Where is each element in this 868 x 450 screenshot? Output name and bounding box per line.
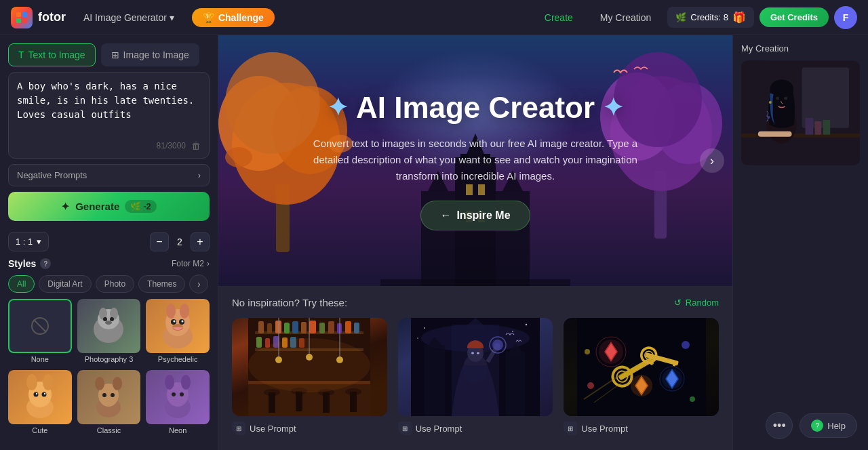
left-panel: T Text to Image ⊞ Image to Image A boy w…	[0, 35, 218, 450]
svg-point-122	[424, 327, 425, 329]
filter-more-button[interactable]: ›	[189, 274, 208, 293]
svg-point-38	[165, 375, 174, 390]
copy-icon-2: ⊞	[398, 422, 412, 435]
svg-rect-77	[309, 321, 316, 333]
help-button[interactable]: ? Help	[800, 413, 857, 438]
inspiration-grid: ⊞ Use Prompt	[232, 318, 719, 435]
count-decrease-button[interactable]: −	[150, 232, 169, 251]
svg-point-11	[110, 317, 114, 321]
style-item-4[interactable]: Cute	[8, 370, 72, 436]
gift-icon[interactable]: 🎁	[732, 11, 746, 24]
svg-point-26	[33, 392, 38, 397]
filter-photo[interactable]: Photo	[96, 275, 134, 293]
style-grid: None Photography 3	[0, 299, 218, 365]
svg-point-139	[599, 340, 623, 364]
text-icon: T	[18, 49, 24, 60]
style-none[interactable]: None	[8, 299, 72, 365]
svg-point-29	[44, 393, 45, 394]
style-photography3-label: Photography 3	[77, 355, 141, 365]
svg-rect-0	[16, 12, 21, 17]
svg-rect-96	[323, 392, 330, 413]
arrow-left-icon: ←	[440, 209, 451, 222]
right-panel: My Creation	[732, 35, 868, 450]
creation-thumbnail[interactable]	[741, 60, 860, 165]
nav-links: Create My Creation	[539, 9, 657, 26]
svg-rect-159	[814, 121, 821, 135]
help-icon[interactable]: ?	[40, 258, 51, 269]
svg-point-104	[336, 356, 343, 363]
nav-create[interactable]: Create	[539, 9, 578, 26]
inspire-me-button[interactable]: ← Inspire Me	[420, 201, 530, 230]
hero-next-button[interactable]: ›	[700, 148, 724, 173]
inspiration-card-2[interactable]: ⊞ Use Prompt	[398, 318, 553, 435]
svg-rect-78	[319, 323, 325, 333]
svg-point-123	[512, 331, 513, 332]
tab-text-to-image[interactable]: T Text to Image	[8, 43, 96, 66]
char-count: 81/3000	[157, 141, 186, 150]
svg-line-5	[34, 320, 46, 332]
ratio-select[interactable]: 1 : 1 ▾	[8, 232, 49, 251]
svg-rect-92	[269, 392, 275, 413]
style-name-4: Cute	[8, 426, 72, 436]
count-increase-button[interactable]: +	[191, 232, 210, 251]
generator-dropdown[interactable]: AI Image Generator ▾	[77, 8, 181, 27]
svg-point-148	[690, 396, 695, 402]
style-photography3-thumb	[77, 299, 141, 353]
svg-rect-76	[301, 322, 307, 333]
model-badge[interactable]: Fotor M2 ›	[172, 259, 210, 268]
style-psychedelic[interactable]: Psychedelic	[146, 299, 210, 365]
get-credits-button[interactable]: Get Credits	[760, 7, 829, 27]
trash-icon[interactable]: 🗑	[191, 140, 201, 151]
chevron-right-icon: ›	[207, 259, 210, 268]
help-bar: ••• ? Help	[766, 412, 857, 439]
style-thumb-4	[8, 370, 72, 424]
svg-point-10	[103, 317, 107, 321]
styles-header: Styles ? Fotor M2 ›	[0, 258, 218, 274]
svg-point-117	[477, 352, 479, 354]
style-thumb-5	[77, 370, 141, 424]
svg-rect-98	[350, 392, 357, 412]
filter-digital-art[interactable]: Digital Art	[39, 275, 91, 293]
use-prompt-button-1[interactable]: ⊞ Use Prompt	[232, 422, 296, 435]
svg-rect-3	[22, 18, 27, 23]
tab-image-to-image[interactable]: ⊞ Image to Image	[101, 43, 199, 66]
svg-rect-82	[354, 323, 359, 333]
copy-icon-3: ⊞	[564, 422, 577, 435]
svg-point-167	[768, 116, 770, 119]
nav-my-creation[interactable]: My Creation	[595, 9, 656, 26]
filter-all[interactable]: All	[8, 275, 35, 293]
style-none-thumb	[8, 299, 72, 353]
prompt-input[interactable]: A boy who's dark, has a nice smile, is i…	[17, 79, 201, 134]
image-icon: ⊞	[111, 49, 119, 60]
use-prompt-button-2[interactable]: ⊞ Use Prompt	[398, 422, 462, 435]
svg-rect-163	[758, 131, 792, 137]
sparkle-left-icon: ✦	[328, 94, 348, 122]
svg-rect-75	[292, 321, 298, 333]
negative-prompts-row[interactable]: Negative Prompts ›	[8, 164, 210, 186]
hero-description: Convert text to images in seconds with o…	[299, 136, 652, 184]
more-options-button[interactable]: •••	[766, 412, 793, 439]
inspiration-card-1[interactable]: ⊞ Use Prompt	[232, 318, 387, 435]
svg-point-20	[182, 321, 184, 323]
chevron-down-icon: ▾	[170, 12, 174, 23]
app-logo[interactable]: fotor	[11, 7, 66, 28]
svg-rect-94	[296, 391, 302, 411]
svg-rect-74	[284, 323, 290, 333]
svg-rect-81	[345, 321, 351, 333]
avatar[interactable]: F	[834, 6, 857, 29]
inspiration-card-3[interactable]: ⊞ Use Prompt	[564, 318, 719, 435]
svg-point-149	[585, 349, 590, 354]
style-item-5[interactable]: Classic	[77, 370, 141, 436]
generate-button[interactable]: ✦ Generate 🌿 -2	[8, 192, 210, 221]
svg-point-28	[36, 393, 37, 394]
use-prompt-button-3[interactable]: ⊞ Use Prompt	[564, 422, 628, 435]
top-navigation: fotor AI Image Generator ▾ 🏆 Challenge C…	[0, 0, 868, 35]
filter-themes[interactable]: Themes	[138, 275, 185, 293]
challenge-button[interactable]: 🏆 Challenge	[192, 8, 275, 27]
leaf-small-icon: 🌿	[130, 201, 141, 211]
style-photography3[interactable]: Photography 3	[77, 299, 141, 365]
style-item-6[interactable]: Neon	[146, 370, 210, 436]
svg-point-146	[682, 341, 690, 349]
random-button[interactable]: ↺ Random	[674, 298, 719, 308]
count-control: − 2 +	[150, 232, 210, 251]
